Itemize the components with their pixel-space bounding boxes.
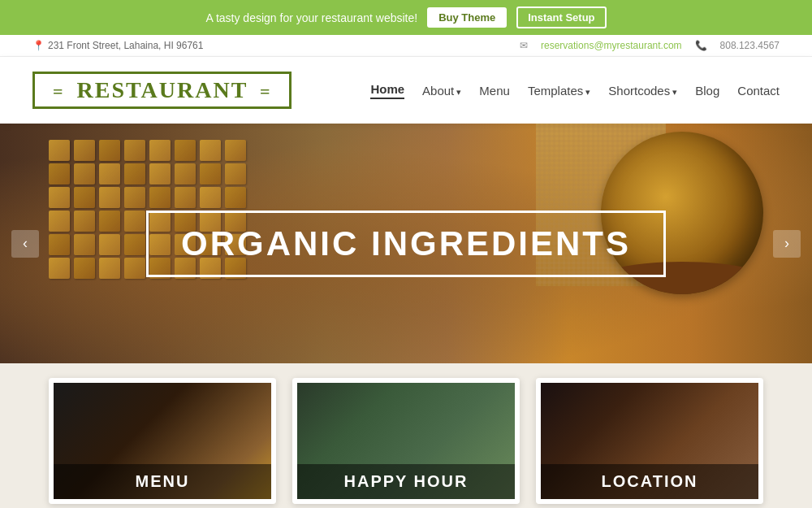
hero-content: ORGANIC INGREDIENTS: [146, 211, 666, 277]
phone-text: 808.123.4567: [720, 40, 780, 51]
hero-title-box: ORGANIC INGREDIENTS: [146, 211, 666, 277]
nav-templates[interactable]: Templates: [528, 84, 590, 98]
card-happy-hour[interactable]: HAPPY HOUR: [292, 378, 520, 504]
promo-bar: A tasty design for your restaurant websi…: [0, 0, 812, 35]
hero-slider: ORGANIC INGREDIENTS ‹ ›: [0, 124, 812, 363]
nav-contact[interactable]: Contact: [737, 84, 780, 98]
phone-icon: 📞: [695, 40, 707, 51]
instant-setup-button[interactable]: Instant Setup: [516, 7, 606, 28]
card-location-label: LOCATION: [541, 464, 758, 499]
logo[interactable]: RESTAURANT: [32, 72, 292, 109]
nav-blog[interactable]: Blog: [695, 84, 719, 98]
promo-text: A tasty design for your restaurant websi…: [205, 11, 417, 24]
email-link[interactable]: reservations@myrestaurant.com: [541, 40, 682, 51]
email-icon: ✉: [520, 40, 528, 51]
nav-menu[interactable]: Menu: [479, 84, 510, 98]
slider-next-button[interactable]: ›: [773, 230, 801, 258]
address-right: ✉ reservations@myrestaurant.com 📞 808.12…: [520, 40, 780, 51]
logo-text: RESTAURANT: [32, 72, 292, 109]
slider-prev-button[interactable]: ‹: [11, 230, 39, 258]
logo-label: RESTAURANT: [77, 77, 248, 102]
address-left: 📍 231 Front Street, Lahaina, HI 96761: [32, 40, 203, 51]
card-menu[interactable]: MENU: [49, 378, 276, 504]
nav-home[interactable]: Home: [370, 82, 404, 99]
card-menu-label: MENU: [54, 464, 271, 499]
nav-shortcodes[interactable]: Shortcodes: [608, 84, 677, 98]
card-location[interactable]: LOCATION: [536, 378, 763, 504]
buy-theme-button[interactable]: Buy Theme: [427, 7, 507, 28]
hero-title: ORGANIC INGREDIENTS: [181, 224, 631, 263]
cards-section: MENU HAPPY HOUR LOCATION: [0, 363, 812, 508]
address-text: 231 Front Street, Lahaina, HI 96761: [48, 40, 203, 51]
nav-about[interactable]: About: [422, 84, 461, 98]
header: RESTAURANT Home About Menu Templates Sho…: [0, 57, 812, 124]
location-icon: 📍: [32, 40, 45, 51]
main-nav: Home About Menu Templates Shortcodes Blo…: [370, 82, 780, 99]
card-happy-label: HAPPY HOUR: [297, 464, 515, 499]
address-bar: 📍 231 Front Street, Lahaina, HI 96761 ✉ …: [0, 35, 812, 57]
